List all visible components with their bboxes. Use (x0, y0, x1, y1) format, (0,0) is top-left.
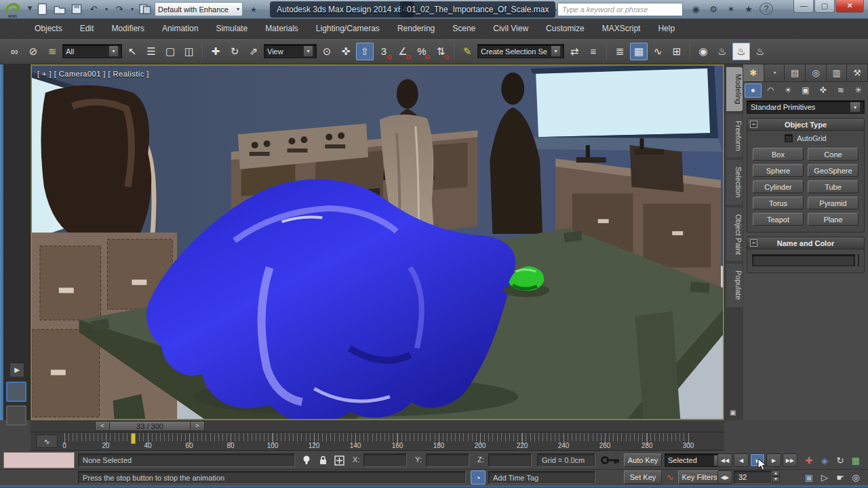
geosphere-button[interactable]: GeoSphere (808, 164, 859, 177)
coordinate-system-dropdown[interactable]: View ▾ (264, 44, 317, 58)
open-file-button[interactable] (52, 2, 67, 16)
viewport-layout-tab[interactable] (6, 405, 26, 426)
menu-lighting-cameras[interactable]: Lighting/Cameras (307, 20, 389, 37)
bind-to-spacewarp-icon[interactable]: ≋ (43, 43, 61, 60)
ribbon-tab-modeling[interactable]: Modeling (726, 67, 743, 111)
search-input[interactable]: Type a keyword or phrase (557, 3, 683, 16)
selection-lock-icon[interactable] (316, 453, 330, 467)
maxscript-mini-listener-pink[interactable] (3, 452, 75, 468)
x-coordinate-field[interactable] (363, 453, 407, 467)
go-to-end-button[interactable]: ▶▶ (783, 453, 797, 467)
select-object-icon[interactable]: ↖ (123, 43, 141, 60)
menu-modifiers[interactable]: Modifiers (102, 20, 153, 37)
render-setup-icon[interactable]: ♨ (713, 43, 731, 60)
redo-dropdown-icon[interactable]: ▾ (129, 2, 136, 16)
plane-button[interactable]: Plane (808, 213, 859, 226)
cone-button[interactable]: Cone (808, 148, 859, 161)
cameras-icon[interactable]: ▣ (797, 83, 814, 98)
next-frame-arrow-icon[interactable]: > (190, 421, 205, 431)
systems-icon[interactable]: ✳ (850, 83, 867, 98)
select-and-manipulate-icon[interactable]: ✜ (337, 43, 355, 60)
isolate-selection-icon[interactable] (300, 453, 313, 467)
create-tab-icon[interactable]: ✱ (743, 64, 764, 81)
ribbon-tab-selection[interactable]: Selection (726, 160, 743, 204)
go-to-start-button[interactable]: ◀◀ (717, 453, 732, 467)
next-frame-button[interactable]: ▶ (766, 453, 781, 467)
frame-indicator[interactable]: 33 / 300 (110, 421, 190, 431)
key-mode-toggle-button[interactable]: ◀▶ (717, 470, 732, 484)
selection-filter-dropdown[interactable]: All ▾ (62, 44, 122, 58)
zoom-icon[interactable]: ◎ (848, 470, 863, 484)
close-button[interactable]: ✕ (835, 0, 864, 13)
align-icon[interactable]: ≡ (585, 43, 602, 60)
edit-named-selection-sets-icon[interactable]: ✎ (458, 43, 476, 60)
ribbon-tab-freeform[interactable]: Freeform (726, 114, 743, 158)
spinner-up-icon[interactable]: ▲ (772, 470, 780, 476)
menu-materials[interactable]: Materials (256, 20, 307, 37)
menu-objects[interactable]: Objects (26, 20, 71, 37)
y-coordinate-field[interactable] (426, 453, 469, 467)
angle-snap-icon[interactable]: ∠Ω (394, 43, 412, 60)
utilities-tab-icon[interactable]: ⚒ (847, 64, 868, 81)
unlink-selection-icon[interactable]: ⊘ (24, 43, 42, 60)
z-coordinate-field[interactable] (488, 453, 532, 467)
viewport-layout-tab-active[interactable] (6, 382, 26, 402)
frame-spinner[interactable]: ▲ ▼ (772, 470, 780, 484)
3dsmax-logo[interactable]: MXD (3, 1, 23, 18)
subscription-icon[interactable]: ⚙ (705, 3, 722, 16)
torus-button[interactable]: Torus (753, 197, 804, 209)
named-selection-sets-dropdown[interactable]: Create Selection Se ▾ (477, 44, 564, 58)
graphite-ribbon-toggle-icon[interactable]: ▦ (630, 43, 648, 60)
hierarchy-tab-icon[interactable]: ▤ (785, 64, 806, 81)
render-production-icon[interactable]: ♨ (751, 43, 769, 60)
display-tab-icon[interactable]: ▥ (827, 64, 848, 81)
save-file-button[interactable] (69, 2, 84, 16)
menu-edit[interactable]: Edit (71, 20, 103, 37)
time-slider-handle[interactable]: < 33 / 300 > (95, 421, 205, 431)
motion-tab-icon[interactable]: ◎ (806, 64, 827, 81)
select-and-link-icon[interactable]: ∞ (5, 43, 23, 60)
object-type-rollout-header[interactable]: − Object Type (747, 119, 864, 131)
zoom-region-icon[interactable]: ▷ (817, 470, 832, 484)
communication-center-icon[interactable]: ✶ (723, 3, 739, 16)
auto-key-button[interactable]: Auto Key (624, 453, 662, 467)
shield-icon[interactable]: ◈ (817, 453, 832, 467)
ribbon-minimize-icon[interactable]: ▣ (730, 409, 736, 416)
viewport-label[interactable]: [ + ] [ Camera001 ] [ Realistic ] (37, 70, 149, 78)
select-by-name-icon[interactable]: ☰ (142, 43, 160, 60)
rendered-frame-window-icon[interactable]: ♨ (732, 43, 750, 60)
keyboard-override-toggle-icon[interactable]: ⇧ (356, 43, 374, 60)
menu-animation[interactable]: Animation (153, 20, 207, 37)
menu-simulate[interactable]: Simulate (207, 20, 256, 37)
pan-gizmo-icon[interactable]: ✚ (802, 453, 816, 467)
set-key-curve-icon[interactable]: ∿ (663, 470, 677, 484)
undo-dropdown-icon[interactable]: ▾ (103, 2, 110, 16)
viewport-layout-flyout-button[interactable]: ▶ (9, 363, 24, 378)
lights-icon[interactable]: ☀ (780, 83, 797, 98)
favorites-star-icon[interactable]: ★ (741, 3, 757, 16)
pan-hand-icon[interactable]: ☛ (833, 470, 848, 484)
manage-layers-icon[interactable]: ≣ (611, 43, 629, 60)
modify-tab-icon[interactable]: ◔ (764, 64, 785, 81)
percent-snap-icon[interactable]: %Ω (413, 43, 431, 60)
mini-curve-editor-button[interactable]: ∿ (36, 434, 58, 448)
snap-toggle-3d-icon[interactable]: 3Ω (375, 43, 393, 60)
menu-help[interactable]: Help (649, 20, 684, 37)
shapes-icon[interactable]: ◠ (762, 83, 779, 98)
zoom-extents-icon[interactable]: ▣ (802, 470, 816, 484)
goto-frame-field[interactable]: 32 (734, 470, 772, 484)
select-and-move-icon[interactable]: ✚ (207, 43, 224, 60)
box-button[interactable]: Box (753, 148, 804, 161)
orbit-icon[interactable]: ↻ (833, 453, 848, 467)
spacewarps-icon[interactable]: ≋ (832, 83, 849, 98)
minimize-button[interactable]: — (793, 0, 814, 13)
ribbon-tab-populate[interactable]: Populate (726, 264, 743, 306)
track-bar[interactable]: ∿ 0 20 40 60 80 100 120 140 160 180 200 … (31, 432, 724, 451)
tube-button[interactable]: Tube (808, 180, 859, 193)
name-and-color-rollout-header[interactable]: − Name and Color (747, 237, 864, 249)
project-folder-button[interactable] (138, 2, 153, 16)
play-stop-button[interactable]: ■ (750, 453, 765, 467)
geometry-icon[interactable]: ● (745, 83, 762, 98)
material-editor-icon[interactable]: ◉ (694, 43, 712, 60)
time-tag-icon[interactable]: ◔ (471, 470, 486, 485)
